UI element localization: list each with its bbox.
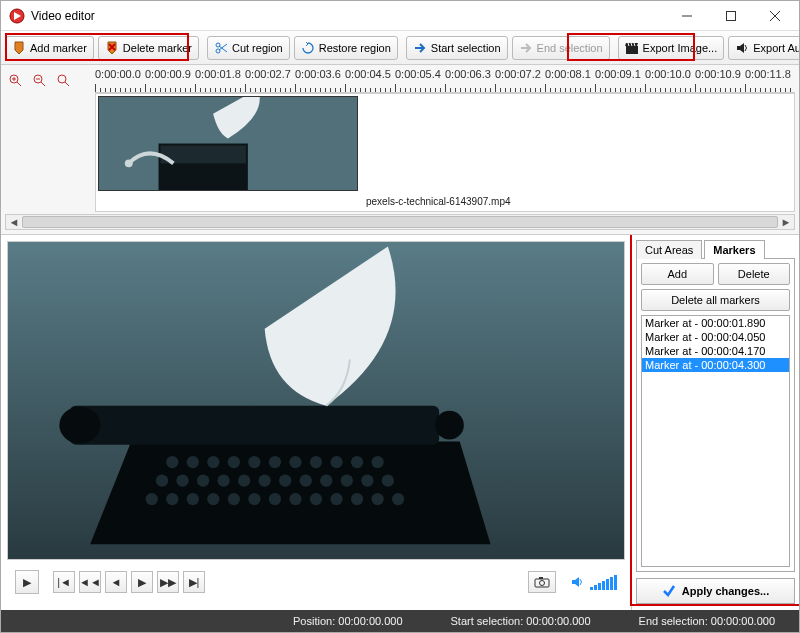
clip-filename: pexels-c-technical-6143907.mp4 — [366, 196, 511, 207]
speaker-icon[interactable] — [570, 574, 586, 590]
status-start-selection: Start selection: 00:00:00.000 — [427, 615, 615, 627]
marker-list-item[interactable]: Marker at - 00:00:04.170 — [642, 344, 789, 358]
svg-point-43 — [248, 493, 260, 505]
export-image-button[interactable]: Export Image... — [618, 36, 725, 60]
svg-point-18 — [228, 456, 240, 468]
step-back-button[interactable]: ◄◄ — [79, 571, 101, 593]
svg-rect-1 — [727, 11, 736, 20]
svg-point-20 — [269, 456, 281, 468]
minimize-icon — [682, 11, 692, 21]
play-button[interactable]: ▶ — [15, 570, 39, 594]
statusbar: Position: 00:00:00.000 Start selection: … — [1, 610, 799, 632]
svg-point-41 — [207, 493, 219, 505]
svg-point-47 — [330, 493, 342, 505]
cut-region-button[interactable]: Cut region — [207, 36, 290, 60]
ruler-tick-label: 0:00:06.3 — [445, 68, 491, 80]
add-button[interactable]: Add — [641, 263, 714, 285]
zoom-fit-button[interactable] — [53, 70, 73, 90]
svg-point-15 — [166, 456, 178, 468]
step-forward-button[interactable]: ▶▶ — [157, 571, 179, 593]
arrow-right-icon — [413, 41, 427, 55]
svg-point-42 — [228, 493, 240, 505]
svg-point-34 — [320, 474, 332, 486]
export-audio-button[interactable]: Export Audio... — [728, 36, 800, 60]
ruler-tick-label: 0:00:09.1 — [595, 68, 641, 80]
svg-point-23 — [330, 456, 342, 468]
video-clip[interactable] — [98, 96, 358, 191]
titlebar: Video editor — [1, 1, 799, 31]
snapshot-button[interactable] — [528, 571, 556, 593]
marker-list-item[interactable]: Marker at - 00:00:04.050 — [642, 330, 789, 344]
marker-list-item[interactable]: Marker at - 00:00:01.890 — [642, 316, 789, 330]
maximize-button[interactable] — [709, 2, 753, 30]
svg-point-52 — [540, 581, 545, 586]
timeline-scrollbar[interactable]: ◄ ► — [5, 214, 795, 230]
timeline-area: 0:00:00.00:00:00.90:00:01.80:00:02.70:00… — [1, 65, 799, 235]
scroll-right-button[interactable]: ► — [778, 215, 794, 229]
svg-point-44 — [269, 493, 281, 505]
svg-point-48 — [351, 493, 363, 505]
video-preview — [7, 241, 625, 560]
scrollbar-thumb[interactable] — [22, 216, 778, 228]
delete-button-label: Delete — [738, 268, 770, 280]
restore-region-button[interactable]: Restore region — [294, 36, 398, 60]
svg-point-38 — [146, 493, 158, 505]
audio-icon — [735, 41, 749, 55]
tab-cut-areas[interactable]: Cut Areas — [636, 240, 702, 259]
start-selection-button[interactable]: Start selection — [406, 36, 508, 60]
delete-marker-button[interactable]: Delete marker — [98, 36, 199, 60]
minimize-button[interactable] — [665, 2, 709, 30]
marker-list[interactable]: Marker at - 00:00:01.890Marker at - 00:0… — [641, 315, 790, 567]
ruler-tick-label: 0:00:07.2 — [495, 68, 541, 80]
cut-region-label: Cut region — [232, 42, 283, 54]
marker-list-item[interactable]: Marker at - 00:00:04.300 — [642, 358, 789, 372]
zoom-in-icon — [8, 73, 22, 87]
svg-point-46 — [310, 493, 322, 505]
svg-point-33 — [300, 474, 312, 486]
delete-button[interactable]: Delete — [718, 263, 791, 285]
svg-point-13 — [59, 407, 100, 444]
timeline-ruler[interactable]: 0:00:00.00:00:00.90:00:01.80:00:02.70:00… — [95, 67, 795, 93]
svg-point-7 — [58, 75, 66, 83]
ruler-tick-label: 0:00:00.0 — [95, 68, 141, 80]
scroll-left-button[interactable]: ◄ — [6, 215, 22, 229]
end-selection-button[interactable]: End selection — [512, 36, 610, 60]
apply-changes-button[interactable]: Apply changes... — [636, 578, 795, 604]
side-panel: Cut Areas Markers Add Delete Delete all … — [631, 235, 799, 610]
ruler-tick-label: 0:00:04.5 — [345, 68, 391, 80]
tab-markers[interactable]: Markers — [704, 240, 764, 259]
zoom-out-icon — [32, 73, 46, 87]
svg-rect-12 — [70, 406, 440, 445]
go-start-button[interactable]: |◄ — [53, 571, 75, 593]
zoom-fit-icon — [56, 73, 70, 87]
svg-point-22 — [310, 456, 322, 468]
go-end-button[interactable]: ▶| — [183, 571, 205, 593]
arrow-right-disabled-icon — [519, 41, 533, 55]
ruler-tick-label: 0:00:03.6 — [295, 68, 341, 80]
ruler-tick-label: 0:00:00.9 — [145, 68, 191, 80]
restore-region-label: Restore region — [319, 42, 391, 54]
frame-back-button[interactable]: ◄ — [105, 571, 127, 593]
close-button[interactable] — [753, 2, 797, 30]
export-image-label: Export Image... — [643, 42, 718, 54]
delete-all-markers-button[interactable]: Delete all markers — [641, 289, 790, 311]
ruler-tick-label: 0:00:05.4 — [395, 68, 441, 80]
app-icon — [9, 8, 25, 24]
svg-point-39 — [166, 493, 178, 505]
frame-forward-button[interactable]: ▶ — [131, 571, 153, 593]
svg-rect-53 — [539, 577, 543, 579]
svg-point-37 — [382, 474, 394, 486]
status-end-selection: End selection: 00:00:00.000 — [615, 615, 799, 627]
zoom-in-button[interactable] — [5, 70, 25, 90]
svg-point-35 — [341, 474, 353, 486]
volume-level[interactable] — [590, 574, 617, 590]
toolbar: Add marker Delete marker Cut region Rest… — [1, 31, 799, 65]
svg-rect-9 — [161, 145, 246, 163]
add-marker-button[interactable]: Add marker — [5, 36, 94, 60]
zoom-out-button[interactable] — [29, 70, 49, 90]
timeline-zoom-tools — [5, 67, 95, 93]
apply-label: Apply changes... — [682, 585, 769, 597]
clapboard-icon — [625, 41, 639, 55]
video-track[interactable]: pexels-c-technical-6143907.mp4 — [95, 93, 795, 212]
svg-point-29 — [217, 474, 229, 486]
